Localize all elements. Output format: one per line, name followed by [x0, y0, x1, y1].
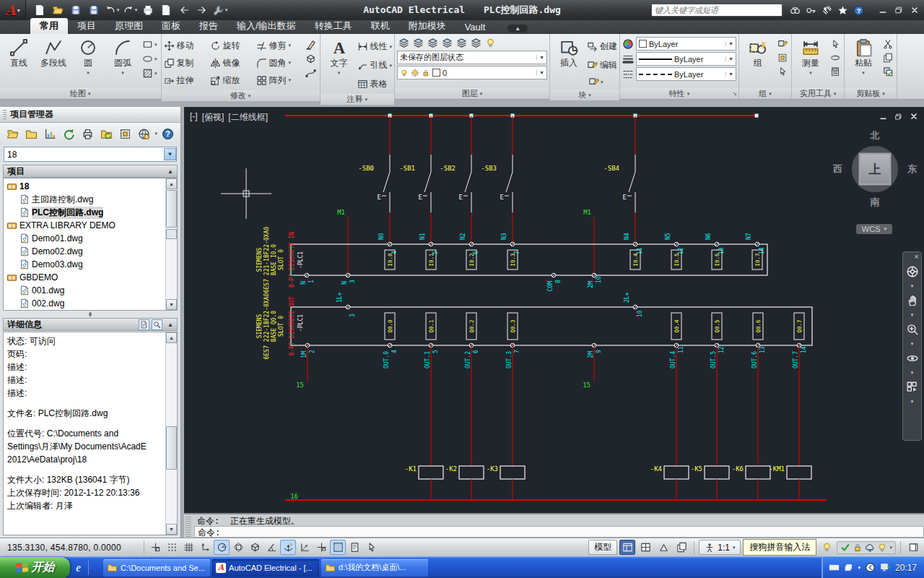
toggle-对象捕捉追踪[interactable]: [263, 540, 279, 555]
lineweight-dropdown[interactable]: ByLayer▼: [636, 52, 736, 66]
update-retag-button[interactable]: [98, 126, 114, 142]
layer-tool-4-button[interactable]: [456, 38, 467, 48]
toggle-三维对象捕捉[interactable]: [247, 540, 263, 555]
group-tool-0-button[interactable]: [776, 38, 789, 50]
annotate-tablex-button[interactable]: 表格: [357, 76, 393, 92]
wcs-dropdown[interactable]: WCS▾: [856, 224, 892, 234]
annotate-leader-button[interactable]: 引线▾: [357, 57, 393, 74]
network-icon[interactable]: [880, 562, 891, 573]
nav-orbit-button[interactable]: [906, 352, 919, 365]
projects-section-header[interactable]: 项目 ▲: [3, 165, 178, 178]
tab-Vault[interactable]: Vault: [456, 20, 495, 34]
panel-title-utils[interactable]: 实用工具▾: [792, 88, 844, 99]
toggle-快捷特性[interactable]: [346, 540, 362, 555]
palette-splitter[interactable]: ▲▼: [0, 311, 180, 317]
nav-navwheel-button[interactable]: [906, 265, 919, 278]
tree-item[interactable]: GBDEMO: [5, 271, 177, 284]
details-section-header[interactable]: 详细信息 ▲: [3, 318, 178, 331]
tab-联机[interactable]: 联机: [362, 18, 399, 34]
modify-joinx-button[interactable]: [304, 67, 318, 79]
modify-stretch-button[interactable]: 拉伸: [164, 74, 210, 87]
block-createb-button[interactable]: 创建: [587, 38, 617, 55]
view-control[interactable]: [俯视]: [202, 111, 225, 124]
save-button[interactable]: [68, 2, 84, 18]
internet-explorer-icon[interactable]: e: [76, 561, 81, 574]
star-button[interactable]: [834, 2, 850, 18]
visual-style-control[interactable]: [二维线框]: [228, 111, 268, 124]
paste-button[interactable]: 粘贴▾: [847, 35, 880, 77]
block-editb-button[interactable]: 编辑: [587, 57, 617, 74]
open-project-button[interactable]: [4, 126, 20, 142]
layer-tool-3-button[interactable]: [442, 38, 453, 48]
viewcube-south[interactable]: 南: [871, 196, 880, 209]
draw-hatch-button[interactable]: ▾: [141, 67, 159, 79]
back-button[interactable]: [176, 2, 192, 18]
toggle-栅格显示[interactable]: [180, 540, 196, 555]
keyx-button[interactable]: [803, 2, 819, 18]
chevron-down-icon[interactable]: ▾: [858, 565, 860, 571]
drawing-close-button[interactable]: [910, 112, 918, 121]
panel-title-annot[interactable]: 注释▾: [321, 94, 395, 105]
block-attributes-button[interactable]: ▾: [587, 76, 617, 88]
utility-orbit-button[interactable]: [829, 52, 842, 64]
viewcube-west[interactable]: 西: [833, 163, 842, 176]
ribbon-state-toggle[interactable]: ▲: [507, 25, 528, 33]
navbar-close-icon[interactable]: ✕: [914, 254, 919, 260]
toggle-显示透明度[interactable]: [330, 540, 346, 555]
modify-fillet-button[interactable]: 圆角▾: [256, 57, 302, 69]
block-insert-button[interactable]: 插入: [552, 35, 585, 68]
app-restore-button[interactable]: [892, 4, 905, 17]
modify-arrayx-button[interactable]: 阵列▾: [256, 74, 302, 87]
clipboard-copy2-button[interactable]: [881, 52, 894, 64]
viewcube-north[interactable]: 北: [871, 129, 880, 142]
panel-title-draw[interactable]: 绘图▾: [0, 88, 161, 99]
refresh-button[interactable]: [61, 126, 77, 142]
toggle-动态UCS[interactable]: [280, 540, 296, 555]
modify-trim-button[interactable]: 修剪▾: [256, 40, 302, 52]
modify-mirror-button[interactable]: 镜像: [210, 57, 256, 69]
tree-item[interactable]: 001.dwg: [5, 284, 177, 297]
group-tool-2-button[interactable]: [776, 66, 789, 77]
language-bar-restore-icon[interactable]: [844, 563, 853, 572]
nav-hand-button[interactable]: [906, 294, 919, 307]
layer-tool-1-button[interactable]: [413, 38, 424, 48]
utility-calc-button[interactable]: [829, 66, 842, 77]
app-minimize-button[interactable]: [876, 4, 889, 17]
viewport-menu[interactable]: [-]: [190, 111, 198, 124]
hardware-accel-icon[interactable]: [877, 543, 887, 553]
preview-view-button[interactable]: [152, 319, 162, 330]
details-view-button[interactable]: [139, 319, 149, 330]
tab-原理图[interactable]: 原理图: [105, 18, 152, 34]
helpx-button[interactable]: ?: [850, 2, 866, 18]
new-file-button[interactable]: [32, 2, 48, 18]
measure-button[interactable]: 测量▾: [794, 35, 827, 77]
tree-item[interactable]: 主回路控制.dwg: [5, 193, 177, 206]
satellite-button[interactable]: [819, 2, 834, 18]
publish-web-button[interactable]: [136, 126, 152, 142]
draw-rect-button[interactable]: ▾: [141, 38, 159, 51]
plot-publish-button[interactable]: [79, 126, 95, 142]
tree-scrollbar[interactable]: ▲▼: [165, 178, 177, 310]
utility-cursor-button[interactable]: [829, 38, 842, 50]
annotation-scale-button[interactable]: 1:1▾: [699, 540, 741, 555]
app-close-button[interactable]: [908, 4, 921, 17]
group-button[interactable]: 组: [741, 35, 775, 68]
performance-tuner-icon[interactable]: [819, 540, 834, 555]
draw-line-button[interactable]: 直线: [2, 35, 35, 68]
save-as-button[interactable]: [86, 2, 102, 18]
modify-copyx-button[interactable]: 复制: [164, 57, 210, 69]
autoscale-button[interactable]: [674, 540, 689, 555]
chevron-down-icon[interactable]: ▾: [154, 131, 157, 137]
toggle-正交限制[interactable]: [197, 540, 213, 555]
layer-state-dropdown[interactable]: 未保存的图层状态▼: [397, 51, 547, 64]
drawing-restore-button[interactable]: [894, 113, 902, 121]
panel-title-clip[interactable]: 剪贴板▾: [845, 88, 897, 99]
taskbar-window-button[interactable]: AAutoCAD Electrical - [...: [212, 559, 319, 577]
draw-arc-button[interactable]: 圆弧▾: [106, 35, 139, 77]
toggle-极轴追踪[interactable]: [214, 540, 230, 555]
tree-item[interactable]: Demo03.dwg: [5, 258, 177, 271]
forward-button[interactable]: [194, 2, 210, 18]
tab-报告[interactable]: 报告: [190, 18, 227, 34]
tree-item[interactable]: 18: [5, 180, 177, 193]
quick-view-layouts-button[interactable]: [619, 540, 635, 555]
